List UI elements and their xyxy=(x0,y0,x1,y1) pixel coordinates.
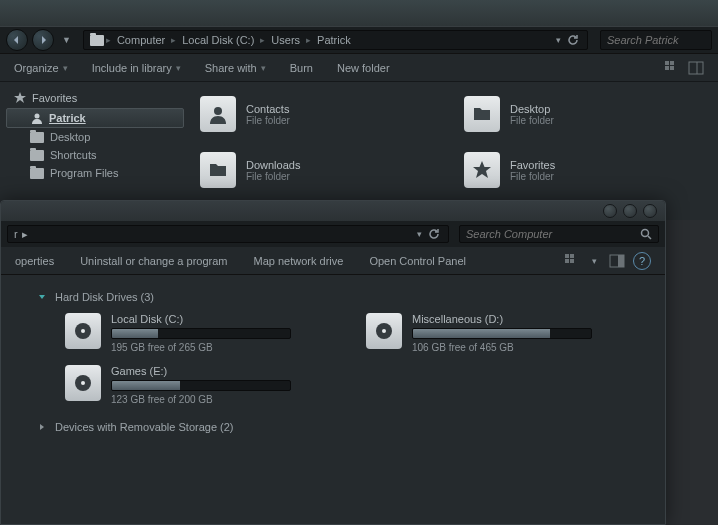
disk-icon xyxy=(65,313,101,349)
view-options-icon[interactable] xyxy=(664,60,680,76)
window-titlebar[interactable] xyxy=(0,0,718,26)
sidebar-item-shortcuts[interactable]: Shortcuts xyxy=(0,146,190,164)
drive-misc-d[interactable]: Miscellaneous (D:) 106 GB free of 465 GB xyxy=(366,313,647,353)
svg-rect-2 xyxy=(665,66,669,70)
computer-content: Hard Disk Drives (3) Local Disk (C:) 195… xyxy=(1,275,665,453)
address-dropdown[interactable]: ▾ xyxy=(413,229,426,239)
address-bar[interactable]: r ▸ ▾ xyxy=(7,225,449,243)
removable-section-header[interactable]: Devices with Removable Storage (2) xyxy=(37,421,647,433)
entry-name: Desktop xyxy=(510,103,554,115)
entry-name: Downloads xyxy=(246,159,300,171)
favorites-label: Favorites xyxy=(32,92,77,104)
search-input[interactable] xyxy=(607,34,705,46)
open-control-panel-button[interactable]: Open Control Panel xyxy=(369,255,466,267)
folder-icon xyxy=(30,168,44,179)
folder-entry-desktop[interactable]: DesktopFile folder xyxy=(454,90,718,138)
svg-rect-12 xyxy=(565,259,569,263)
refresh-button[interactable] xyxy=(565,32,581,48)
breadcrumb-computer[interactable]: Computer xyxy=(113,34,169,46)
address-dropdown[interactable]: ▾ xyxy=(552,35,565,45)
collapse-icon[interactable] xyxy=(37,292,47,302)
breadcrumb-patrick[interactable]: Patrick xyxy=(313,34,355,46)
explorer-window-computer: r ▸ ▾ operties Uninstall or change a pro… xyxy=(0,200,666,525)
breadcrumb-users[interactable]: Users xyxy=(267,34,304,46)
chevron-right-icon[interactable]: ▸ xyxy=(304,35,313,45)
entry-type: File folder xyxy=(510,171,555,182)
minimize-button[interactable] xyxy=(603,204,617,218)
include-library-menu[interactable]: Include in library▾ xyxy=(92,62,181,74)
svg-point-8 xyxy=(642,230,649,237)
search-box[interactable] xyxy=(459,225,659,243)
history-dropdown[interactable]: ▼ xyxy=(58,35,75,45)
search-icon xyxy=(640,228,652,240)
svg-rect-3 xyxy=(670,66,674,70)
svg-rect-4 xyxy=(689,62,703,74)
drive-free-text: 123 GB free of 200 GB xyxy=(111,394,346,405)
organize-menu[interactable]: Organize▾ xyxy=(14,62,68,74)
capacity-bar xyxy=(111,328,291,339)
breadcrumb-localdisk[interactable]: Local Disk (C:) xyxy=(178,34,258,46)
preview-pane-icon[interactable] xyxy=(609,253,625,269)
entry-name: Contacts xyxy=(246,103,290,115)
sidebar-item-label: Shortcuts xyxy=(50,149,96,161)
close-button[interactable] xyxy=(643,204,657,218)
svg-rect-15 xyxy=(618,255,624,267)
person-icon xyxy=(31,112,43,124)
chevron-right-icon[interactable]: ▸ xyxy=(169,35,178,45)
section-label: Hard Disk Drives (3) xyxy=(55,291,154,303)
refresh-button[interactable] xyxy=(426,226,442,242)
maximize-button[interactable] xyxy=(623,204,637,218)
preview-pane-icon[interactable] xyxy=(688,60,704,76)
entry-type: File folder xyxy=(510,115,554,126)
view-dropdown[interactable]: ▾ xyxy=(588,256,601,266)
address-bar[interactable]: ▸ Computer ▸ Local Disk (C:) ▸ Users ▸ P… xyxy=(83,30,588,50)
drive-games-e[interactable]: Games (E:) 123 GB free of 200 GB xyxy=(65,365,346,405)
svg-rect-10 xyxy=(565,254,569,258)
favorites-header[interactable]: Favorites xyxy=(0,88,190,108)
disk-icon xyxy=(366,313,402,349)
drive-name: Miscellaneous (D:) xyxy=(412,313,647,325)
chevron-right-icon[interactable]: ▸ xyxy=(104,35,113,45)
command-toolbar: Organize▾ Include in library▾ Share with… xyxy=(0,54,718,82)
organize-label: Organize xyxy=(14,62,59,74)
uninstall-button[interactable]: Uninstall or change a program xyxy=(80,255,227,267)
properties-button[interactable]: operties xyxy=(15,255,54,267)
folder-icon xyxy=(90,35,104,46)
drive-local-c[interactable]: Local Disk (C:) 195 GB free of 265 GB xyxy=(65,313,346,353)
burn-button[interactable]: Burn xyxy=(290,62,313,74)
sidebar-item-label: Program Files xyxy=(50,167,118,179)
sidebar-item-label: Desktop xyxy=(50,131,90,143)
window-titlebar[interactable] xyxy=(1,201,665,221)
share-with-menu[interactable]: Share with▾ xyxy=(205,62,266,74)
folder-icon xyxy=(30,150,44,161)
hdd-section-header[interactable]: Hard Disk Drives (3) xyxy=(37,291,647,303)
capacity-fill xyxy=(413,329,550,338)
forward-button[interactable] xyxy=(32,29,54,51)
folder-entry-downloads[interactable]: DownloadsFile folder xyxy=(190,146,454,194)
folder-entry-favorites[interactable]: FavoritesFile folder xyxy=(454,146,718,194)
svg-rect-13 xyxy=(570,259,574,263)
search-box[interactable] xyxy=(600,30,712,50)
sidebar-item-desktop[interactable]: Desktop xyxy=(0,128,190,146)
navigation-row: r ▸ ▾ xyxy=(1,221,665,247)
sidebar-item-patrick[interactable]: Patrick xyxy=(6,108,184,128)
search-input[interactable] xyxy=(466,228,640,240)
explorer-window-patrick: ▼ ▸ Computer ▸ Local Disk (C:) ▸ Users ▸… xyxy=(0,0,718,220)
expand-icon[interactable] xyxy=(37,422,47,432)
refresh-icon xyxy=(428,228,440,240)
map-network-drive-button[interactable]: Map network drive xyxy=(254,255,344,267)
new-folder-button[interactable]: New folder xyxy=(337,62,390,74)
star-icon xyxy=(464,152,500,188)
svg-rect-1 xyxy=(670,61,674,65)
help-button[interactable]: ? xyxy=(633,252,651,270)
drive-name: Games (E:) xyxy=(111,365,346,377)
entry-type: File folder xyxy=(246,171,300,182)
folder-entry-contacts[interactable]: ContactsFile folder xyxy=(190,90,454,138)
back-button[interactable] xyxy=(6,29,28,51)
sidebar-item-programfiles[interactable]: Program Files xyxy=(0,164,190,182)
view-options-icon[interactable] xyxy=(564,253,580,269)
capacity-bar xyxy=(111,380,291,391)
chevron-right-icon[interactable]: ▸ xyxy=(22,228,28,241)
chevron-right-icon[interactable]: ▸ xyxy=(258,35,267,45)
svg-point-7 xyxy=(214,107,222,115)
